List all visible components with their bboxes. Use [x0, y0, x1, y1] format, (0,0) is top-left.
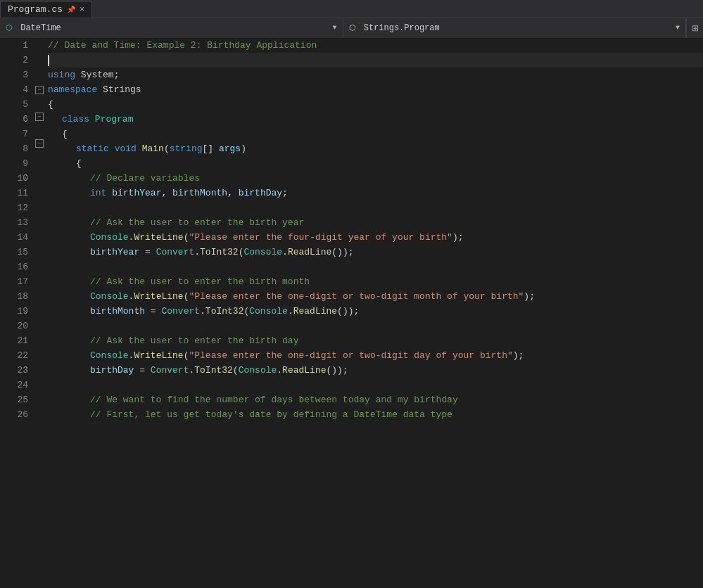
member-dropdown-icon: ⬡	[349, 24, 356, 32]
line19-birthmonth: birthMonth	[90, 304, 145, 319]
line3-space	[75, 68, 81, 82]
nav-extra-button[interactable]: ⊞	[686, 18, 703, 38]
type-dropdown-arrow: ▼	[332, 24, 336, 32]
line-num-24: 24	[7, 378, 28, 392]
line5-brace: {	[48, 97, 53, 112]
line11-vars: birthYear	[112, 186, 161, 200]
line3-using: using	[48, 68, 75, 82]
member-dropdown-arrow: ▼	[676, 24, 680, 32]
tab-pin-icon[interactable]: 📌	[67, 6, 75, 14]
fold-namespace-button[interactable]: −	[35, 86, 44, 94]
code-line-14: Console . WriteLine ( "Please enter the …	[48, 230, 703, 245]
line-num-17: 17	[7, 274, 28, 289]
line25-comment: // We want to find the number of days be…	[90, 392, 458, 407]
line8-main: Main	[142, 141, 164, 156]
fold-margin: − − −	[35, 38, 45, 588]
code-line-24	[48, 378, 703, 392]
line-num-3: 3	[7, 68, 28, 82]
line3-system: System;	[81, 68, 120, 82]
line8-args: args	[219, 141, 241, 156]
line14-string: "Please enter the four-digit year of you…	[189, 230, 452, 245]
navigation-bar: ⬡ DateTime ▼ ⬡ Strings.Program ▼ ⊞	[0, 18, 703, 38]
line10-comment: // Declare variables	[90, 171, 200, 186]
line-num-22: 22	[7, 348, 28, 363]
line4-namespace-kw: namespace	[48, 82, 97, 97]
line13-comment: // Ask the user to enter the birth year	[90, 215, 304, 230]
line15-convert: Convert	[156, 245, 195, 260]
line4-ns-name: Strings	[103, 82, 141, 97]
line-num-4: 4	[7, 82, 28, 97]
line8-static: static	[76, 141, 109, 156]
line19-console: Console	[249, 304, 288, 319]
code-line-6: class Program	[48, 112, 703, 127]
line18-string: "Please enter the one-digit or two-digit…	[189, 289, 524, 304]
line9-brace: {	[76, 156, 82, 171]
line14-writeline: WriteLine	[134, 230, 183, 245]
fold-class-button[interactable]: −	[35, 113, 44, 121]
code-line-17: // Ask the user to enter the birth month	[48, 274, 703, 289]
code-line-16	[48, 260, 703, 274]
type-dropdown[interactable]: ⬡ DateTime ▼	[0, 18, 343, 38]
line-num-6: 6	[7, 112, 28, 127]
code-line-3: using System;	[48, 68, 703, 82]
line-num-18: 18	[7, 289, 28, 304]
line11-int: int	[90, 186, 106, 200]
line-num-16: 16	[7, 260, 28, 274]
line-num-8: 8	[7, 141, 28, 156]
code-line-20	[48, 319, 703, 333]
line-num-2: 2	[7, 53, 28, 68]
code-line-12	[48, 200, 703, 215]
line-numbers-gutter: 1 2 3 4 5 6 7 8 9 10 11 12 13 14 15 16 1…	[0, 38, 35, 588]
line7-brace: {	[62, 127, 68, 141]
line23-birthday: birthDay	[90, 363, 134, 378]
line-num-7: 7	[7, 127, 28, 141]
code-line-8: static void Main ( string [] args )	[48, 141, 703, 156]
type-dropdown-label: DateTime	[20, 23, 61, 33]
code-line-13: // Ask the user to enter the birth year	[48, 215, 703, 230]
line22-writeline: WriteLine	[134, 348, 183, 363]
line-num-5: 5	[7, 97, 28, 112]
line18-console: Console	[90, 289, 129, 304]
fold-method-button[interactable]: −	[35, 139, 44, 148]
code-line-22: Console . WriteLine ( "Please enter the …	[48, 348, 703, 363]
line22-console: Console	[90, 348, 129, 363]
member-dropdown[interactable]: ⬡ Strings.Program ▼	[343, 18, 687, 38]
editor-window: Program.cs 📌 × ⬡ DateTime ▼ ⬡ Strings.Pr…	[0, 0, 703, 588]
line-num-12: 12	[7, 200, 28, 215]
line-num-23: 23	[7, 363, 28, 378]
line6-space	[89, 112, 95, 127]
code-line-5: {	[48, 97, 703, 112]
code-editor[interactable]: 1 2 3 4 5 6 7 8 9 10 11 12 13 14 15 16 1…	[0, 38, 703, 588]
line-num-20: 20	[7, 319, 28, 333]
code-content[interactable]: // Date and Time: Example 2: Birthday Ap…	[45, 38, 703, 588]
line4-space	[97, 82, 103, 97]
line14-console: Console	[90, 230, 129, 245]
member-dropdown-label: Strings.Program	[364, 23, 440, 33]
line15-readline: ReadLine	[288, 245, 331, 260]
line19-readline: ReadLine	[293, 304, 337, 319]
code-line-9: {	[48, 156, 703, 171]
code-line-2	[48, 53, 703, 68]
code-line-10: // Declare variables	[48, 171, 703, 186]
line19-convert: Convert	[161, 304, 200, 319]
line23-toint32: ToInt32	[194, 363, 233, 378]
code-line-15: birthYear = Convert . ToInt32 ( Console …	[48, 245, 703, 260]
line8-void: void	[115, 141, 137, 156]
tab-bar: Program.cs 📌 ×	[0, 0, 703, 18]
line22-string: "Please enter the one-digit or two-digit…	[189, 348, 512, 363]
line26-comment: // First, let us get today's date by def…	[90, 407, 452, 422]
code-line-25: // We want to find the number of days be…	[48, 392, 703, 407]
line-num-25: 25	[7, 392, 28, 407]
code-line-26: // First, let us get today's date by def…	[48, 407, 703, 422]
line2-cursor	[48, 55, 49, 66]
tab-close-button[interactable]: ×	[80, 5, 84, 15]
line23-convert: Convert	[151, 363, 189, 378]
line21-comment: // Ask the user to enter the birth day	[90, 333, 298, 348]
line8-string: string	[170, 141, 203, 156]
line23-console: Console	[239, 363, 277, 378]
program-cs-tab[interactable]: Program.cs 📌 ×	[0, 1, 92, 18]
type-dropdown-icon: ⬡	[6, 24, 13, 32]
line15-console: Console	[243, 245, 282, 260]
line11-birthday: birthDay	[239, 186, 282, 200]
line-num-11: 11	[7, 186, 28, 200]
